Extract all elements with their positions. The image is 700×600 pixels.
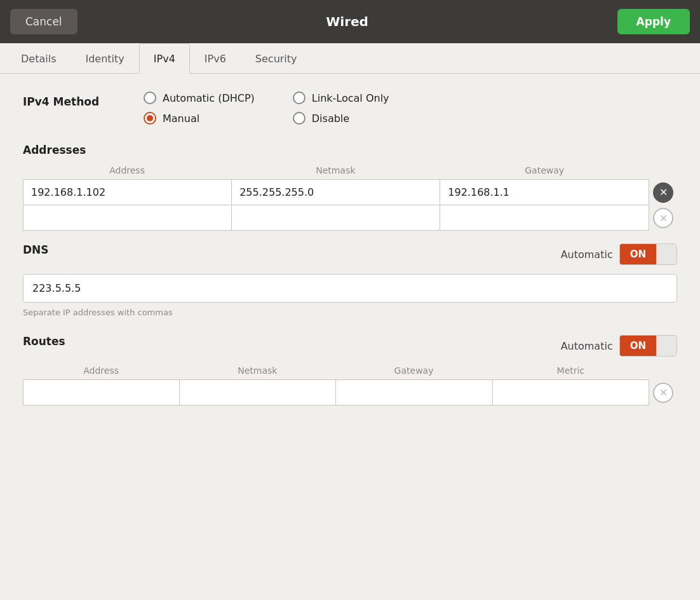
radio-disable-outer — [293, 112, 306, 125]
routes-col-netmask: Netmask — [179, 365, 335, 379]
radio-manual[interactable]: Manual — [144, 112, 255, 125]
route-gateway-input[interactable] — [335, 379, 492, 406]
route-netmask-input[interactable] — [179, 379, 335, 406]
routes-toggle-group: Automatic ON — [561, 335, 677, 357]
titlebar: Cancel Wired Apply — [0, 0, 700, 43]
radio-dhcp-outer — [144, 92, 156, 104]
dns-toggle-switch[interactable]: ON — [619, 243, 677, 265]
dns-toggle-group: Automatic ON — [561, 243, 677, 265]
routes-heading: Routes — [23, 335, 65, 348]
route-row-1: ✕ — [23, 379, 677, 406]
routes-toggle-switch[interactable]: ON — [619, 335, 677, 357]
dns-automatic-label: Automatic — [561, 249, 613, 261]
col-header-delete — [649, 165, 677, 179]
gateway-input-2[interactable] — [440, 205, 649, 231]
routes-section: Routes Automatic ON Address Netmask Gate… — [23, 335, 677, 406]
delete-row-1-button[interactable]: ✕ — [653, 182, 673, 203]
routes-col-gateway: Gateway — [335, 365, 492, 379]
routes-col-address: Address — [23, 365, 179, 379]
address-input-1[interactable] — [23, 179, 231, 205]
route-address-input[interactable] — [23, 379, 179, 406]
tab-security[interactable]: Security — [241, 43, 312, 74]
cancel-button[interactable]: Cancel — [10, 9, 77, 34]
addresses-heading: Addresses — [23, 144, 677, 156]
content-area: IPv4 Method Automatic (DHCP) Link-Local … — [0, 74, 700, 597]
dns-hint: Separate IP addresses with commas — [23, 308, 677, 317]
tab-identity[interactable]: Identity — [71, 43, 138, 74]
delete-route-1-button[interactable]: ✕ — [653, 383, 673, 403]
radio-link-local-label: Link-Local Only — [312, 92, 389, 104]
netmask-input-2[interactable] — [231, 205, 440, 231]
ipv4-method-radio-group: Automatic (DHCP) Link-Local Only Manual … — [144, 92, 404, 125]
delete-row-2-button[interactable]: ✕ — [653, 208, 673, 228]
apply-button[interactable]: Apply — [617, 9, 690, 34]
radio-manual-label: Manual — [163, 112, 199, 125]
address-row-2: ✕ — [23, 205, 677, 231]
col-header-gateway: Gateway — [440, 165, 649, 179]
col-header-address: Address — [23, 165, 231, 179]
dns-toggle-on[interactable]: ON — [620, 244, 656, 264]
radio-link-local[interactable]: Link-Local Only — [293, 92, 404, 104]
dns-toggle-off[interactable] — [656, 244, 676, 264]
addresses-table: Address Netmask Gateway ✕ — [23, 165, 677, 231]
col-header-netmask: Netmask — [231, 165, 440, 179]
routes-toggle-off[interactable] — [656, 336, 676, 356]
ipv4-method-section: IPv4 Method Automatic (DHCP) Link-Local … — [23, 92, 677, 125]
radio-manual-outer — [144, 112, 156, 125]
gateway-input-1[interactable] — [440, 179, 649, 205]
radio-dhcp-label: Automatic (DHCP) — [163, 92, 255, 104]
netmask-input-1[interactable] — [231, 179, 440, 205]
routes-table: Address Netmask Gateway Metric ✕ — [23, 365, 677, 406]
dns-heading: DNS — [23, 243, 49, 256]
radio-disable[interactable]: Disable — [293, 112, 404, 125]
dns-section: DNS Automatic ON Separate IP addresses w… — [23, 243, 677, 317]
routes-toggle-on[interactable]: ON — [620, 336, 656, 356]
radio-dhcp[interactable]: Automatic (DHCP) — [144, 92, 255, 104]
tabs-bar: Details Identity IPv4 IPv6 Security — [0, 43, 700, 74]
routes-header: Routes Automatic ON — [23, 335, 677, 357]
dns-input[interactable] — [23, 274, 677, 303]
address-input-2[interactable] — [23, 205, 231, 231]
addresses-section: Addresses Address Netmask Gateway ✕ — [23, 144, 677, 231]
ipv4-method-label: IPv4 Method — [23, 92, 144, 108]
tab-ipv4[interactable]: IPv4 — [139, 43, 190, 74]
route-metric-input[interactable] — [492, 379, 649, 406]
radio-manual-inner — [147, 115, 153, 121]
tab-details[interactable]: Details — [6, 43, 71, 74]
address-row-1: ✕ — [23, 179, 677, 205]
radio-disable-label: Disable — [312, 112, 349, 125]
tab-ipv6[interactable]: IPv6 — [190, 43, 241, 74]
window-title: Wired — [77, 14, 617, 29]
radio-link-local-outer — [293, 92, 306, 104]
routes-col-metric: Metric — [492, 365, 649, 379]
dns-header: DNS Automatic ON — [23, 243, 677, 265]
routes-automatic-label: Automatic — [561, 340, 613, 352]
